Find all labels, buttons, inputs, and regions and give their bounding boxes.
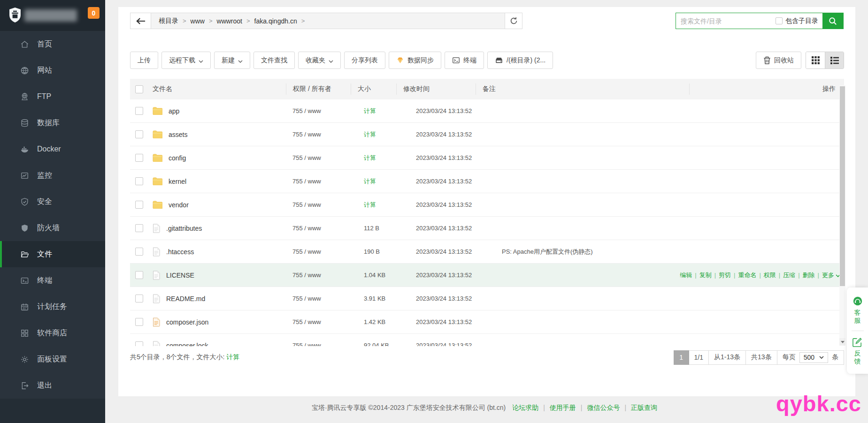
sidebar-item-文件[interactable]: 文件 — [0, 241, 105, 267]
toolbar-button-分享列表[interactable]: 分享列表 — [344, 52, 385, 69]
row-checkbox[interactable] — [135, 154, 143, 162]
breadcrumb-segment[interactable]: wwwroot — [217, 17, 242, 25]
sidebar-item-Docker[interactable]: Docker — [0, 136, 105, 162]
select-all-checkbox[interactable] — [135, 85, 143, 93]
calc-size-link[interactable]: 计算 — [364, 201, 416, 209]
action-权限[interactable]: 权限 — [764, 272, 776, 279]
row-checkbox[interactable] — [135, 130, 143, 138]
action-剪切[interactable]: 剪切 — [719, 272, 731, 279]
sidebar-item-监控[interactable]: 监控 — [0, 162, 105, 189]
row-checkbox[interactable] — [135, 177, 143, 185]
file-name[interactable]: .gitattributes — [166, 225, 202, 232]
customer-service-button[interactable]: 客服 — [847, 294, 868, 327]
scrollbar-down-button[interactable] — [839, 338, 845, 346]
row-checkbox[interactable] — [135, 318, 143, 326]
table-row-assets[interactable]: assets755 / www计算2023/03/24 13:13:52 — [130, 123, 844, 146]
row-checkbox[interactable] — [135, 224, 143, 232]
file-name[interactable]: vendor — [169, 201, 189, 209]
table-row-LICENSE[interactable]: LICENSE755 / www1.04 KB2023/03/24 13:13:… — [130, 264, 844, 287]
sidebar-item-计划任务[interactable]: 计划任务 — [0, 294, 105, 320]
vertical-scrollbar[interactable] — [839, 85, 845, 346]
grid-view-button[interactable] — [806, 52, 825, 68]
table-row-composer.json[interactable]: composer.json755 / www1.42 KB2023/03/24 … — [130, 310, 844, 334]
scroll-down-arrow-icon — [841, 341, 845, 343]
footer-link-使用手册[interactable]: 使用手册 — [550, 404, 576, 411]
sidebar-item-防火墙[interactable]: 防火墙 — [0, 215, 105, 241]
calc-size-link[interactable]: 计算 — [364, 107, 416, 115]
toolbar-button-上传[interactable]: 上传 — [130, 52, 158, 69]
scrollbar-thumb[interactable] — [840, 86, 845, 286]
action-重命名[interactable]: 重命名 — [738, 272, 756, 279]
file-name[interactable]: .htaccess — [166, 248, 194, 256]
toolbar-button-终端[interactable]: 终端 — [445, 52, 484, 69]
action-复制[interactable]: 复制 — [699, 272, 712, 279]
message-count-badge[interactable]: 0 — [88, 7, 100, 19]
action-删除[interactable]: 删除 — [803, 272, 815, 279]
table-row-.gitattributes[interactable]: .gitattributes755 / www112 B2023/03/24 1… — [130, 217, 844, 240]
file-name[interactable]: composer.lock — [166, 342, 208, 347]
sidebar-item-首页[interactable]: 首页 — [0, 31, 105, 57]
footer-link-微信公众号[interactable]: 微信公众号 — [587, 404, 620, 411]
table-row-.htaccess[interactable]: .htaccess755 / www190 B2023/03/24 13:13:… — [130, 240, 844, 264]
feedback-button[interactable]: 反馈 — [847, 335, 868, 368]
file-name[interactable]: composer.json — [166, 318, 208, 326]
table-row-app[interactable]: app755 / www计算2023/03/24 13:13:52 — [130, 99, 844, 123]
per-page-select[interactable]: 500 — [799, 352, 828, 363]
include-subdir-checkbox[interactable] — [776, 17, 783, 24]
file-name[interactable]: LICENSE — [166, 272, 194, 279]
toolbar-button-根目录2[interactable]: /(根目录) (2... — [487, 52, 553, 69]
toolbar-button-新建[interactable]: 新建 — [214, 52, 250, 69]
sidebar-item-面板设置[interactable]: 面板设置 — [0, 346, 105, 372]
toolbar-button-文件查找[interactable]: 文件查找 — [253, 52, 295, 69]
sidebar-item-网站[interactable]: 网站 — [0, 57, 105, 83]
header-filename[interactable]: 文件名 — [153, 83, 292, 95]
file-name[interactable]: app — [169, 107, 179, 115]
calc-size-link[interactable]: 计算 — [364, 154, 416, 162]
table-row-README.md[interactable]: README.md755 / www3.91 KB2023/03/24 13:1… — [130, 287, 844, 310]
header-mtime[interactable]: 修改时间 — [396, 83, 482, 95]
calc-size-link[interactable]: 计算 — [226, 353, 239, 361]
row-checkbox[interactable] — [135, 295, 143, 302]
row-checkbox[interactable] — [135, 248, 143, 256]
breadcrumb-segment[interactable]: faka.qingdh.cn — [254, 17, 297, 25]
sidebar-item-软件商店[interactable]: 软件商店 — [0, 320, 105, 346]
calc-size-link[interactable]: 计算 — [364, 177, 416, 186]
row-checkbox[interactable] — [135, 107, 143, 115]
row-checkbox[interactable] — [135, 341, 143, 346]
back-button[interactable] — [130, 13, 151, 29]
toolbar-button-数据同步[interactable]: 数据同步 — [389, 52, 441, 69]
file-name[interactable]: README.md — [166, 295, 205, 302]
page-number-current[interactable]: 1 — [674, 350, 689, 365]
toolbar-button-收藏夹[interactable]: 收藏夹 — [298, 52, 341, 69]
sidebar-item-数据库[interactable]: 数据库 — [0, 110, 105, 136]
sidebar-item-安全[interactable]: 安全 — [0, 189, 105, 215]
search-input[interactable] — [676, 13, 776, 29]
table-row-kernel[interactable]: kernel755 / www计算2023/03/24 13:13:52 — [130, 170, 844, 193]
include-subdir-option[interactable]: 包含子目录 — [776, 13, 818, 29]
breadcrumb-segment[interactable]: 根目录 — [159, 17, 178, 25]
file-name[interactable]: config — [169, 154, 186, 162]
row-checkbox[interactable] — [135, 201, 143, 209]
sidebar-item-退出[interactable]: 退出 — [0, 372, 105, 399]
breadcrumb-segment[interactable]: www — [191, 17, 205, 25]
sidebar-item-终端[interactable]: 终端 — [0, 267, 105, 294]
footer-link-论坛求助[interactable]: 论坛求助 — [512, 404, 538, 411]
footer-link-正版查询[interactable]: 正版查询 — [631, 404, 657, 411]
table-row-config[interactable]: config755 / www计算2023/03/24 13:13:52 — [130, 146, 844, 170]
table-row-vendor[interactable]: vendor755 / www计算2023/03/24 13:13:52 — [130, 193, 844, 217]
refresh-button[interactable] — [505, 13, 522, 29]
sidebar-item-FTP[interactable]: FTP — [0, 83, 105, 110]
table-row-composer.lock[interactable]: composer.lock755 / www92.04 KB2023/03/24… — [130, 334, 844, 346]
toolbar-button-远程下载[interactable]: 远程下载 — [161, 52, 211, 69]
file-name[interactable]: assets — [169, 131, 187, 138]
list-view-button[interactable] — [825, 52, 844, 68]
action-更多[interactable]: 更多 — [822, 272, 834, 279]
file-name[interactable]: kernel — [169, 178, 186, 185]
calc-size-link[interactable]: 计算 — [364, 130, 416, 139]
action-编辑[interactable]: 编辑 — [680, 272, 692, 279]
row-checkbox[interactable] — [135, 271, 143, 279]
search-button[interactable] — [822, 13, 843, 29]
action-压缩[interactable]: 压缩 — [783, 272, 795, 279]
header-size[interactable]: 大小 — [351, 83, 403, 95]
recycle-bin-button[interactable]: 回收站 — [756, 52, 801, 69]
